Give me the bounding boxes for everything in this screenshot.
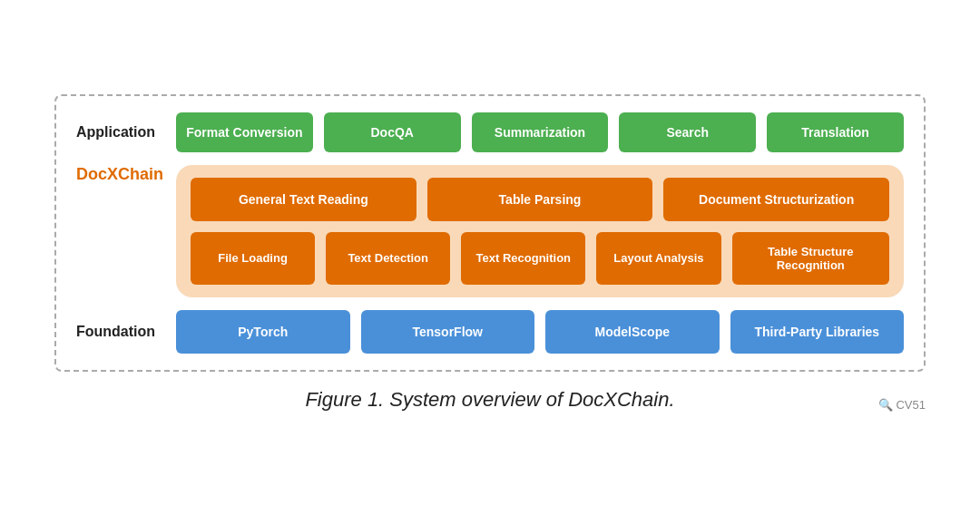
application-label: Application <box>76 124 176 141</box>
docxchain-section: General Text Reading Table Parsing Docum… <box>176 165 904 297</box>
app-box-docqa: DocQA <box>324 112 461 152</box>
orange-box-text-detection: Text Detection <box>326 232 450 285</box>
diagram-container: Application Format Conversion DocQA Summ… <box>54 94 926 372</box>
blue-box-third-party: Third-Party Libraries <box>730 310 905 354</box>
orange-box-general-text-reading: General Text Reading <box>191 178 416 221</box>
app-box-search: Search <box>619 112 756 152</box>
figure-caption: Figure 1. System overview of DocXChain. … <box>54 388 926 412</box>
docxchain-row: DocXChain General Text Reading Table Par… <box>76 165 904 297</box>
docxchain-top-row: General Text Reading Table Parsing Docum… <box>191 178 889 221</box>
blue-box-modelscope: ModelScope <box>545 310 720 354</box>
docxchain-label: DocXChain <box>76 165 176 297</box>
blue-box-tensorflow: TensorFlow <box>361 310 535 354</box>
watermark: 🔍 CV51 <box>878 398 926 412</box>
orange-box-text-recognition: Text Recognition <box>461 232 585 285</box>
orange-box-file-loading: File Loading <box>191 232 315 285</box>
orange-box-layout-analysis: Layout Analysis <box>596 232 720 285</box>
foundation-boxes: PyTorch TensorFlow ModelScope Third-Part… <box>176 310 904 354</box>
foundation-label: Foundation <box>76 324 176 340</box>
blue-box-pytorch: PyTorch <box>176 310 350 354</box>
orange-box-table-structure-recognition: Table Structure Recognition <box>732 232 889 285</box>
orange-box-table-parsing: Table Parsing <box>427 178 653 221</box>
app-box-format-conversion: Format Conversion <box>176 112 313 152</box>
foundation-row: Foundation PyTorch TensorFlow ModelScope… <box>76 310 904 354</box>
orange-box-document-structurization: Document Structurization <box>663 178 889 221</box>
application-boxes: Format Conversion DocQA Summarization Se… <box>176 112 904 152</box>
app-box-summarization: Summarization <box>472 112 609 152</box>
docxchain-bottom-row: File Loading Text Detection Text Recogni… <box>191 232 889 285</box>
application-row: Application Format Conversion DocQA Summ… <box>76 112 904 152</box>
app-box-translation: Translation <box>767 112 904 152</box>
